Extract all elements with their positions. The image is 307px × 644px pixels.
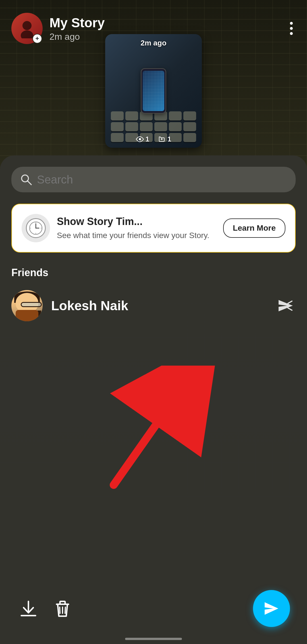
promo-title: Show Story Tim... [57,215,216,228]
more-options-button[interactable] [287,19,296,38]
friend-name: Lokesh Naik [51,298,276,313]
plus-icon: + [36,36,39,42]
clock-svg [29,221,43,235]
svg-line-16 [114,380,188,485]
promo-text: Show Story Tim... See what time your fri… [57,215,216,241]
story-title: My Story [49,15,287,30]
bitmoji-body [16,310,38,321]
views-count: 1 [146,135,149,143]
friend-avatar [11,290,43,321]
eye-icon [136,136,144,142]
send-to-friend-button[interactable] [276,298,296,313]
friends-section-label: Friends [11,267,296,279]
story-card[interactable]: 2m ago 1 1 [105,34,202,148]
phone-in-story [141,68,166,114]
clock-icon [26,218,46,238]
dot-1 [290,22,293,25]
svg-line-14 [288,308,292,310]
download-button[interactable] [17,597,40,620]
views-stat: 1 [136,135,149,143]
send-fab-button[interactable] [253,590,290,627]
svg-point-0 [22,21,32,30]
svg-line-4 [28,181,31,185]
search-bar[interactable] [11,167,296,192]
add-story-badge[interactable]: + [32,34,42,43]
bottom-panel: Show Story Tim... See what time your fri… [0,155,307,644]
svg-marker-22 [265,602,278,615]
my-story-avatar[interactable]: + [11,13,43,44]
story-thumbnail-area[interactable]: 2m ago 1 1 [105,34,202,148]
svg-line-20 [60,607,60,613]
send-snap-icon [277,299,294,312]
story-thumbnail-time: 2m ago [105,39,202,47]
promo-description: See what time your friends view your Sto… [57,230,216,241]
delete-icon [53,599,72,618]
download-icon [18,599,38,618]
dot-3 [290,32,293,35]
send-fab-icon [263,600,280,617]
svg-line-21 [65,607,65,613]
promo-icon [22,214,50,242]
svg-line-13 [288,301,292,303]
dot-2 [290,27,293,30]
annotation-arrow [74,366,216,502]
phone-screen [143,71,164,111]
learn-more-button[interactable]: Learn More [223,218,285,238]
home-indicator [125,638,182,640]
search-icon-wrap [20,173,32,186]
bottom-toolbar [0,590,307,627]
screenshots-count: 1 [167,135,171,143]
story-stats: 1 1 [105,135,202,143]
promo-card: Show Story Tim... See what time your fri… [11,204,296,253]
search-icon [20,173,32,186]
bitmoji-glasses [21,302,42,307]
story-card-inner: 2m ago [105,34,202,148]
svg-point-1 [21,30,33,38]
screenshots-stat: 1 [158,135,171,143]
friend-list-item[interactable]: Lokesh Naik [0,284,307,327]
screenshot-icon [158,136,166,142]
svg-point-2 [139,138,141,140]
delete-button[interactable] [51,597,74,620]
search-input[interactable] [37,173,287,186]
